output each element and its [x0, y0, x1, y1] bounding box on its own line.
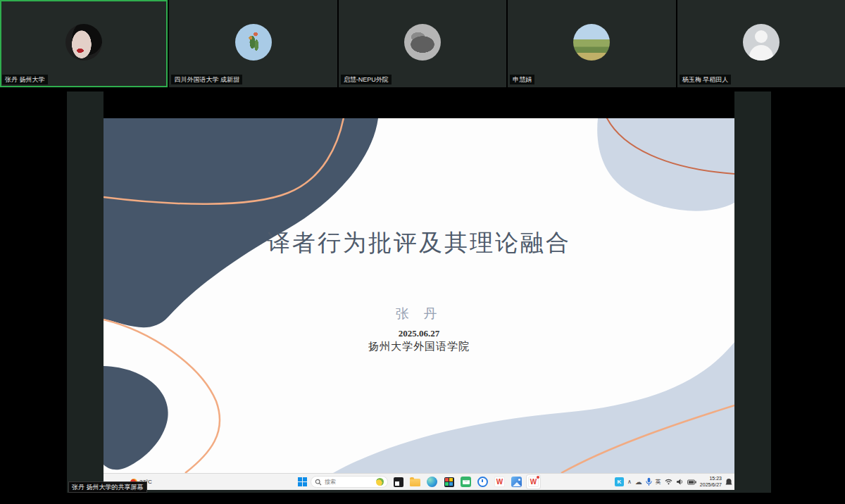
taskbar-clock: 15:23 2025/6/27 — [700, 476, 722, 487]
slide-date: 2025.06.27 — [104, 329, 734, 338]
participant-name-tag: 杨玉梅 早稻田人 — [680, 75, 732, 84]
cloud-icon: ☁ — [635, 479, 642, 486]
kdocs-tray-icon: K — [615, 477, 624, 486]
participant-tile[interactable]: 四川外国语大学 成新甜 — [169, 0, 337, 87]
photos-app-icon — [510, 475, 523, 489]
presentation-slide: 译者行为批评及其理论融合 张 丹 2025.06.27 扬州大学外国语学院 — [104, 118, 734, 473]
participant-avatar — [404, 24, 441, 61]
participant-video-strip: 张丹 扬州大学 四川外国语大学 成新甜 启慧-NEPU外院 申慧娟 杨玉梅 早稻… — [0, 0, 845, 87]
system-tray: K ∧ ☁ 英 — [615, 474, 732, 490]
hidden-icons-chevron-icon: ∧ — [627, 479, 632, 485]
taskbar-search-box: 搜索 — [311, 476, 388, 488]
slide-decorative-shapes — [104, 118, 734, 473]
clock-time: 15:23 — [709, 476, 722, 481]
search-icon — [315, 479, 322, 486]
slide-title: 译者行为批评及其理论融合 — [104, 229, 734, 258]
slide-presenter: 张 丹 — [104, 307, 734, 320]
windows-start-icon — [298, 477, 307, 486]
notification-bell-icon — [725, 478, 732, 486]
windows-taskbar: 27°C 搜索 W — [104, 473, 734, 490]
participant-avatar — [235, 24, 272, 61]
share-banner: 张丹 扬州大学的共享屏幕 — [68, 481, 147, 493]
taskbar-center: 搜索 W W — [298, 474, 540, 490]
wps-writer-active-icon: W — [527, 475, 540, 489]
participant-tile[interactable]: 张丹 扬州大学 — [0, 0, 168, 87]
participant-tile[interactable]: 申慧娟 — [508, 0, 675, 87]
participant-avatar — [65, 24, 102, 61]
battery-icon — [687, 479, 696, 485]
shared-desktop: 译者行为批评及其理论融合 张 丹 2025.06.27 扬州大学外国语学院 27… — [104, 92, 734, 490]
task-view-icon — [392, 475, 405, 489]
volume-icon — [676, 479, 684, 485]
file-explorer-icon — [408, 475, 422, 489]
search-highlight-icon — [376, 478, 384, 486]
slide-institution: 扬州大学外国语学院 — [104, 340, 734, 353]
participant-name-tag: 四川外国语大学 成新甜 — [171, 75, 242, 84]
participant-tile[interactable]: 启慧-NEPU外院 — [339, 0, 506, 87]
search-placeholder: 搜索 — [325, 478, 373, 486]
clock-date: 2025/6/27 — [700, 482, 722, 487]
shared-screen-stage[interactable]: 译者行为批评及其理论融合 张 丹 2025.06.27 扬州大学外国语学院 27… — [67, 92, 771, 493]
wifi-icon — [665, 479, 672, 485]
default-person-avatar-icon — [743, 24, 780, 61]
meeting-app-icon — [476, 475, 489, 489]
microphone-icon — [646, 477, 652, 486]
store-icon — [442, 475, 456, 489]
edge-browser-icon — [425, 475, 439, 489]
participant-name-tag: 张丹 扬州大学 — [2, 75, 48, 84]
ime-indicator: 英 — [656, 478, 661, 486]
mail-app-icon — [459, 475, 472, 489]
participant-avatar — [573, 24, 610, 61]
participant-name-tag: 申慧娟 — [510, 75, 534, 84]
participant-tile[interactable]: 杨玉梅 早稻田人 — [677, 0, 845, 87]
wps-writer-icon: W — [493, 475, 506, 489]
participant-name-tag: 启慧-NEPU外院 — [341, 75, 392, 84]
